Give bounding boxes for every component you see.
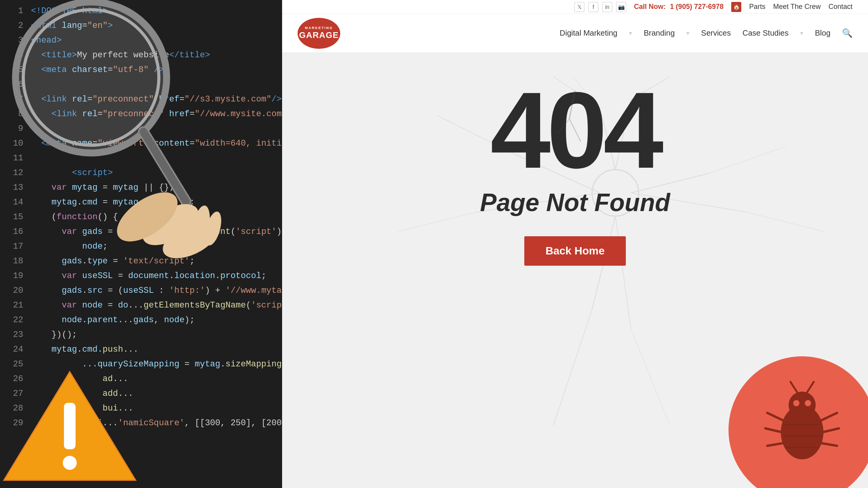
svg-line-44: [821, 443, 837, 446]
code-line: 23 })();: [0, 328, 282, 342]
logo-badge: MARKETING GARAGE: [298, 18, 340, 49]
top-bar: 𝕏 f in 📷 Call Now: 1 (905) 727-6978 🏠 Pa…: [282, 0, 868, 14]
svg-rect-10: [64, 403, 76, 449]
svg-line-20: [615, 216, 631, 328]
code-line: 13 var mytag = mytag || {};: [0, 180, 282, 195]
code-line: 3<head>: [0, 33, 282, 48]
svg-line-37: [790, 382, 797, 393]
code-line: 20 gads.src = (useSSL : 'http:') + '//ww…: [0, 284, 282, 298]
code-line: 16 var gads = document.createElement('sc…: [0, 225, 282, 239]
zero: 0: [547, 76, 603, 184]
code-line: 2<html lang="en">: [0, 19, 282, 33]
twitter-icon[interactable]: 𝕏: [574, 2, 584, 12]
facebook-icon[interactable]: f: [588, 2, 598, 12]
nav-branding[interactable]: Branding: [644, 29, 675, 38]
four-right: 4: [603, 76, 660, 184]
svg-point-36: [805, 400, 811, 406]
search-icon[interactable]: 🔍: [842, 28, 852, 38]
svg-point-35: [793, 400, 799, 406]
logo-marketing: MARKETING: [305, 26, 333, 30]
code-line: 17 node;: [0, 239, 282, 254]
svg-line-43: [822, 428, 839, 432]
svg-line-30: [569, 91, 575, 119]
svg-line-31: [569, 119, 580, 141]
code-line: 5 <meta charset="utf-8" />: [0, 63, 282, 77]
topbar-parts-link[interactable]: Parts: [749, 3, 765, 11]
svg-line-29: [631, 328, 670, 425]
main-content: 4 0 4 Page Not Found Back Home: [282, 53, 868, 488]
topbar-contact-link[interactable]: Contact: [828, 3, 852, 11]
page-not-found-text: Page Not Found: [480, 188, 670, 217]
svg-line-38: [807, 382, 814, 393]
nav-links: Digital Marketing ▾ Branding ▾ Services …: [560, 28, 852, 38]
code-line: 10 <meta name="viewport" content="width=…: [0, 136, 282, 151]
code-line: 11: [0, 151, 282, 166]
topbar-meet-link[interactable]: Meet The Crew: [773, 3, 821, 11]
nav-blog[interactable]: Blog: [815, 29, 830, 38]
home-icon[interactable]: 🏠: [731, 2, 741, 12]
nav-digital-marketing[interactable]: Digital Marketing: [560, 29, 617, 38]
linkedin-icon[interactable]: in: [602, 2, 612, 12]
logo-area[interactable]: MARKETING GARAGE: [298, 18, 340, 49]
code-line: 22 node.parent...gads, node);: [0, 313, 282, 328]
svg-line-24: [708, 146, 786, 174]
error-code: 4 0 4: [490, 76, 660, 184]
logo-garage: GARAGE: [299, 30, 339, 40]
code-line: 9: [0, 122, 282, 136]
svg-line-27: [398, 212, 476, 232]
code-line: 4 <title>My perfect website</title>: [0, 48, 282, 63]
svg-point-34: [789, 392, 816, 419]
svg-line-39: [767, 413, 784, 421]
left-panel: 1<!DOCTYPE html>2<html lang="en">3<head>…: [0, 0, 282, 488]
code-line: 14 mytag.cmd = mytag.cmd || [];: [0, 195, 282, 210]
right-panel: 𝕏 f in 📷 Call Now: 1 (905) 727-6978 🏠 Pa…: [282, 0, 868, 488]
svg-line-41: [767, 443, 784, 446]
nav-bar: MARKETING GARAGE Digital Marketing ▾ Bra…: [282, 14, 868, 53]
code-line: 12 <script>: [0, 166, 282, 180]
back-home-button[interactable]: Back Home: [524, 236, 626, 266]
svg-point-11: [63, 456, 77, 470]
social-icons: 𝕏 f in 📷: [574, 2, 626, 12]
code-line: 18 gads.type = 'text/script';: [0, 254, 282, 269]
call-label: Call Now: 1 (905) 727-6978: [634, 3, 723, 11]
code-line: 1<!DOCTYPE html>: [0, 4, 282, 19]
instagram-icon[interactable]: 📷: [616, 2, 626, 12]
code-line: 15 (function() {: [0, 210, 282, 225]
svg-line-28: [553, 309, 592, 425]
warning-triangle: [0, 364, 140, 488]
four-left: 4: [490, 76, 547, 184]
code-line: 24 mytag.cmd.push...: [0, 342, 282, 357]
phone-number: 1 (905) 727-6978: [670, 3, 723, 10]
svg-line-32: [558, 119, 569, 133]
code-line: 21 var node = do...getElementsByTagName(…: [0, 298, 282, 313]
code-line: 7 <link rel="preconnect" href="//s3.mysi…: [0, 92, 282, 107]
nav-case-studies[interactable]: Case Studies: [742, 29, 789, 38]
svg-line-40: [765, 428, 782, 432]
nav-services[interactable]: Services: [701, 29, 731, 38]
code-line: 19 var useSSL = document.location.protoc…: [0, 269, 282, 284]
bug-icon: [763, 378, 841, 482]
svg-line-25: [747, 212, 825, 232]
code-line: 6: [0, 77, 282, 92]
svg-line-42: [821, 413, 837, 421]
code-line: 8 <link rel="preconnect" href="//www.mys…: [0, 107, 282, 122]
call-now-text: Call Now:: [634, 3, 666, 10]
